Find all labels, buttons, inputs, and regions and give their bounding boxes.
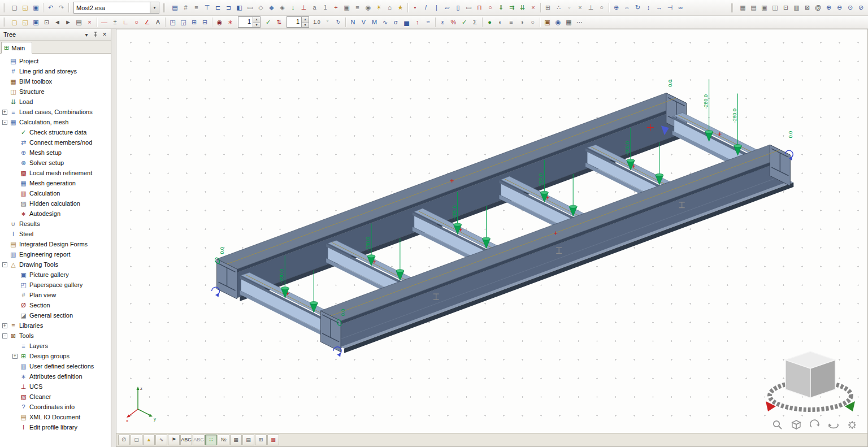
gallery-open-icon[interactable]: ◱	[20, 17, 31, 28]
panel-gutter[interactable]	[111, 29, 116, 447]
expander-icon[interactable]: -	[2, 333, 7, 338]
diagram-v-icon[interactable]: V	[358, 17, 369, 28]
shaded-render-icon[interactable]: ▲	[143, 435, 155, 445]
gallery-save-icon[interactable]: ▣	[31, 17, 41, 28]
line-grid-icon[interactable]: #	[180, 2, 191, 13]
dimension-icon[interactable]: ±	[110, 17, 120, 28]
gallery-print-icon[interactable]: ⊡	[41, 17, 52, 28]
gallery-pages-icon[interactable]: ▤	[73, 17, 84, 28]
code-check-icon[interactable]: ✓	[459, 17, 470, 28]
tree-item-integrated-design-forms[interactable]: ▤ Integrated Design Forms	[0, 239, 111, 249]
zoom-selection-icon[interactable]: ▭	[245, 2, 255, 13]
scale-spinner[interactable]: 1 ▴ ▾	[238, 16, 261, 28]
show-surfaces-icon[interactable]: ▢	[131, 435, 142, 445]
show-loads-icon[interactable]: ↓	[288, 2, 298, 13]
axonometric-view-icon[interactable]: ◧	[234, 2, 245, 13]
tree-item-connect-members-nodes[interactable]: ⇄ Connect members/nod	[0, 137, 111, 147]
add-column-icon[interactable]: |	[431, 2, 442, 13]
tree-item-steel[interactable]: I Steel	[0, 229, 111, 239]
tree-item-coordinates-info[interactable]: ? Coordinates info	[0, 402, 111, 412]
summary-table-icon[interactable]: ▩	[267, 435, 279, 445]
toolbar-grip[interactable]	[163, 3, 167, 12]
gallery-close-icon[interactable]: ×	[84, 17, 95, 28]
tree-item-project[interactable]: ▤ Project	[0, 56, 111, 66]
auto-scale-icon[interactable]: ⇅	[274, 17, 284, 28]
project-file-combo[interactable]: Most2.esa ▾	[73, 2, 159, 14]
nav-settings-icon[interactable]	[846, 419, 858, 431]
expander-icon[interactable]: -	[2, 262, 7, 267]
table-composer-icon[interactable]: ▦	[563, 17, 574, 28]
extremes-icon[interactable]: ↑	[412, 17, 423, 28]
draw-perpendicular-icon[interactable]: ∟	[120, 17, 131, 28]
expander-icon[interactable]: +	[12, 354, 18, 359]
tree-item-results[interactable]: ∪ Results	[0, 219, 111, 229]
report-icon[interactable]: ▤	[748, 2, 759, 13]
tree-item-picture-gallery[interactable]: ▣ Picture gallery	[0, 270, 111, 280]
apply-scale-icon[interactable]: ✓	[263, 17, 274, 28]
storeys-icon[interactable]: ≡	[191, 2, 202, 13]
line-load-icon[interactable]: ⇉	[506, 2, 517, 13]
gallery-previous-icon[interactable]: ◄	[52, 17, 63, 28]
add-node-icon[interactable]: •	[410, 2, 420, 13]
activity-all-icon[interactable]: ●	[484, 17, 495, 28]
tree-item-xml-io-document[interactable]: ▤ XML IO Document	[0, 412, 111, 422]
connect-entities-icon[interactable]: ∞	[675, 2, 686, 13]
point-load-icon[interactable]: ⇓	[496, 2, 506, 13]
add-beam-icon[interactable]: /	[420, 2, 431, 13]
light-settings-icon[interactable]: ☀	[374, 2, 384, 13]
toolbar-grip[interactable]	[3, 3, 7, 12]
spinner-up-icon[interactable]: ▴	[253, 17, 260, 22]
draw-circle-icon[interactable]: ○	[131, 17, 142, 28]
clip-copy-icon[interactable]: ◳	[167, 17, 178, 28]
stretch-entity-icon[interactable]: ↔	[654, 2, 665, 13]
point-grid-icon[interactable]: ∷	[205, 435, 217, 445]
zoom-all-icon[interactable]: ⊙	[845, 2, 856, 13]
model-canvas[interactable]: -280.0 -280.0 -280.0 -280.0 -280.0 -280.…	[116, 29, 867, 446]
rotate-entity-icon[interactable]: ↻	[632, 2, 643, 13]
angle-units-icon[interactable]: °	[322, 17, 333, 28]
rotate-right-arrow-icon[interactable]	[845, 401, 855, 411]
tree-item-check-structure-data[interactable]: ✓ Check structure data	[0, 127, 111, 137]
nav-cube-icon[interactable]	[790, 419, 802, 431]
tree-item-engineering-report[interactable]: ▥ Engineering report	[0, 249, 111, 259]
tree-item-layers[interactable]: ≡ Layers	[0, 341, 111, 351]
toolbar-grip[interactable]	[731, 3, 735, 12]
render-image-icon[interactable]: ◉	[214, 17, 225, 28]
deformation-icon[interactable]: ∿	[380, 17, 390, 28]
viewport-3d[interactable]: -280.0 -280.0 -280.0 -280.0 -280.0 -280.…	[116, 29, 868, 447]
results-table-icon[interactable]: ▦	[737, 2, 748, 13]
add-support-icon[interactable]: ⊓	[474, 2, 485, 13]
show-flags-icon[interactable]: ⚑	[168, 435, 180, 445]
view-front-icon[interactable]: ⊏	[212, 2, 223, 13]
redo-icon[interactable]: ↷	[56, 2, 67, 13]
refresh-icon[interactable]: ↻	[333, 17, 344, 28]
gallery-icon[interactable]: ▣	[759, 2, 770, 13]
tree-item-calculation[interactable]: ▥ Calculation	[0, 188, 111, 198]
show-axes-icon[interactable]: +	[331, 2, 341, 13]
tree-item-bim-toolbox[interactable]: ▦ BIM toolbox	[0, 76, 111, 86]
gallery-new-icon[interactable]: ▢	[9, 17, 20, 28]
tree-item-edit-profile-library[interactable]: I Edit profile library	[0, 422, 111, 432]
export-view-icon[interactable]: ⊞	[189, 17, 199, 28]
draw-text-icon[interactable]: A	[153, 17, 163, 28]
tree-item-libraries[interactable]: + ≡ Libraries	[0, 320, 111, 331]
save-project-icon[interactable]: ▣	[31, 2, 41, 13]
send-picture-icon[interactable]: @	[813, 2, 823, 13]
stress-icon[interactable]: σ	[390, 17, 401, 28]
preview-icon[interactable]: ▥	[791, 2, 802, 13]
live-picture-icon[interactable]: ◉	[553, 17, 563, 28]
delete-icon[interactable]: ×	[528, 2, 539, 13]
expander-icon[interactable]: -	[2, 120, 7, 125]
import-view-icon[interactable]: ⊟	[199, 17, 210, 28]
nav-orbit-icon[interactable]	[809, 419, 821, 431]
show-labels-icon[interactable]: a	[309, 2, 320, 13]
trim-entity-icon[interactable]: ⊣	[665, 2, 675, 13]
surface-load-icon[interactable]: ⇊	[517, 2, 528, 13]
tree-item-local-mesh-refinement[interactable]: ▩ Local mesh refinement	[0, 168, 111, 178]
grid-display-icon[interactable]: ⊞	[255, 435, 267, 445]
zoom-previous-icon[interactable]: ⊘	[856, 2, 866, 13]
navigation-cube[interactable]	[762, 332, 858, 417]
snap-grid-icon[interactable]: ⊞	[542, 2, 553, 13]
clip-box-icon[interactable]: ▣	[341, 2, 352, 13]
draw-angle-icon[interactable]: ∠	[142, 17, 153, 28]
